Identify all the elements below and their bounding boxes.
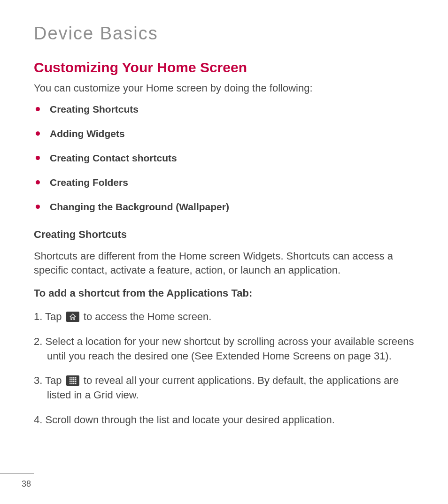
bullet-item: Adding Widgets (34, 128, 420, 139)
svg-rect-8 (70, 381, 71, 382)
svg-rect-6 (73, 379, 75, 381)
bullet-item: Creating Contact shortcuts (34, 153, 420, 164)
svg-rect-0 (70, 377, 71, 379)
svg-rect-11 (75, 381, 77, 382)
chapter-title: Device Basics (34, 23, 420, 44)
svg-rect-9 (71, 381, 73, 382)
footer-rule (0, 473, 34, 474)
apps-grid-icon (66, 375, 79, 386)
step-text: 3. Tap (34, 374, 65, 386)
step-item: 3. Tap to reveal all your current applic… (34, 374, 420, 403)
section-title: Customizing Your Home Screen (34, 60, 420, 76)
subsection-intro: Shortcuts are different from the Home sc… (34, 249, 420, 277)
svg-rect-4 (70, 379, 71, 381)
step-text: 1. Tap (34, 311, 65, 322)
svg-rect-12 (70, 383, 71, 384)
bullet-list: Creating Shortcuts Adding Widgets Creati… (34, 104, 420, 213)
svg-rect-10 (73, 381, 75, 382)
svg-rect-2 (73, 377, 75, 379)
svg-rect-14 (73, 383, 75, 384)
step-text: to reveal all your current applications.… (47, 374, 399, 401)
steps-list: 1. Tap to access the Home screen. 2. Sel… (34, 310, 420, 428)
bullet-item: Creating Folders (34, 177, 420, 188)
svg-rect-5 (71, 379, 73, 381)
svg-rect-15 (75, 383, 77, 384)
svg-rect-3 (75, 377, 77, 379)
intro-text: You can customize your Home screen by do… (34, 82, 420, 94)
subsection-heading: Creating Shortcuts (34, 229, 420, 241)
svg-rect-7 (75, 379, 77, 381)
bullet-item: Changing the Background (Wallpaper) (34, 201, 420, 213)
step-text: to access the Home screen. (81, 311, 212, 322)
svg-rect-1 (71, 377, 73, 379)
page-number: 38 (22, 479, 31, 489)
step-item: 2. Select a location for your new shortc… (34, 335, 420, 364)
instruction-heading: To add a shortcut from the Applications … (34, 286, 420, 300)
step-item: 1. Tap to access the Home screen. (34, 310, 420, 324)
bullet-item: Creating Shortcuts (34, 104, 420, 115)
step-item: 4. Scroll down through the list and loca… (34, 413, 420, 428)
svg-rect-13 (71, 383, 73, 384)
home-icon (66, 312, 79, 322)
